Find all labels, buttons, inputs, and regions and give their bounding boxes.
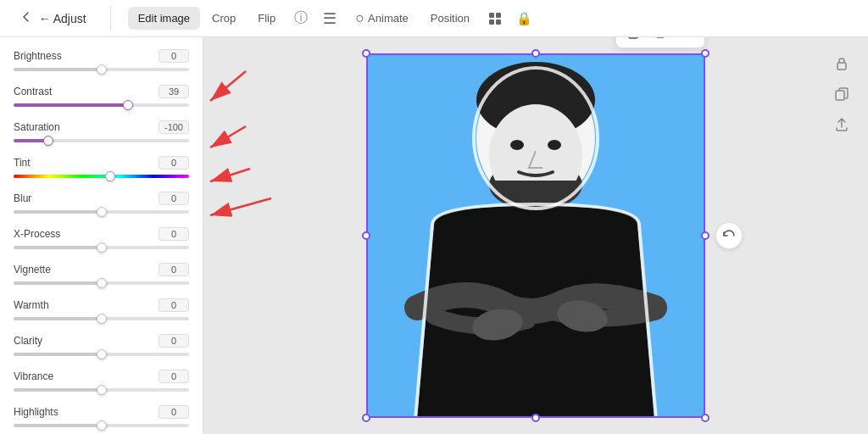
handle-top-right[interactable] xyxy=(701,49,709,58)
svg-point-10 xyxy=(510,140,524,150)
x-process-value: 0 xyxy=(159,227,189,241)
lock-icon xyxy=(835,57,849,70)
main-area: Brightness 0 Contrast 39 Saturation xyxy=(0,37,868,434)
tab-position[interactable]: Position xyxy=(420,7,480,30)
rotate-button[interactable] xyxy=(715,222,743,249)
brightness-value: 0 xyxy=(159,49,189,63)
tint-value: 0 xyxy=(159,156,189,170)
clarity-label: Clarity xyxy=(14,335,42,347)
svg-rect-3 xyxy=(496,19,501,25)
duplicate-button[interactable] xyxy=(623,37,647,44)
saturation-label: Saturation xyxy=(14,121,60,133)
main-toolbar: ← Adjust Edit image Crop Flip ⓘ ☰ ○ Anim… xyxy=(0,0,868,37)
warmth-control: Warmth 0 xyxy=(0,293,203,329)
warmth-value: 0 xyxy=(159,298,189,312)
back-icon xyxy=(20,11,32,23)
saturation-track[interactable] xyxy=(14,139,189,142)
svg-rect-15 xyxy=(837,63,846,70)
more-options-button[interactable]: ••• xyxy=(674,37,698,44)
clarity-control: Clarity 0 xyxy=(0,329,203,364)
contrast-track[interactable] xyxy=(14,103,189,107)
back-section: ← Adjust xyxy=(10,6,111,31)
handle-top-left[interactable] xyxy=(362,49,370,58)
vibrance-track[interactable] xyxy=(14,388,189,392)
x-process-label: X-Process xyxy=(14,228,60,240)
trash-icon xyxy=(654,37,667,39)
vibrance-label: Vibrance xyxy=(14,370,53,382)
tab-flip[interactable]: Flip xyxy=(248,7,286,30)
svg-rect-16 xyxy=(836,91,844,100)
contrast-label: Contrast xyxy=(14,86,52,97)
svg-rect-1 xyxy=(496,13,501,18)
svg-rect-4 xyxy=(629,37,637,38)
tab-edit-image[interactable]: Edit image xyxy=(128,7,200,30)
tint-label: Tint xyxy=(14,157,31,169)
image-container[interactable]: ••• xyxy=(366,53,705,418)
handle-middle-left[interactable] xyxy=(362,231,370,240)
handle-bottom-right[interactable] xyxy=(701,414,709,422)
highlights-label: Highlights xyxy=(14,406,58,418)
handle-bottom-left[interactable] xyxy=(362,414,370,422)
blur-label: Blur xyxy=(14,192,31,204)
delete-button[interactable] xyxy=(648,37,672,44)
brightness-track[interactable] xyxy=(14,68,189,71)
clarity-value: 0 xyxy=(159,334,189,348)
grid-icon xyxy=(488,12,502,25)
vignette-control: Vignette 0 xyxy=(0,258,203,293)
tab-crop[interactable]: Crop xyxy=(202,7,246,30)
vibrance-control: Vibrance 0 xyxy=(0,364,203,400)
duplicate-icon xyxy=(628,37,642,39)
blur-track[interactable] xyxy=(14,210,189,214)
highlights-value: 0 xyxy=(159,405,189,419)
lock-right-button[interactable] xyxy=(829,51,854,76)
back-button[interactable]: ← Adjust xyxy=(10,6,97,31)
canvas-area: ••• xyxy=(203,37,868,434)
brightness-label: Brightness xyxy=(14,50,62,62)
right-toolbar xyxy=(829,51,854,137)
x-process-control: X-Process 0 xyxy=(0,222,203,258)
contrast-value: 39 xyxy=(159,85,189,98)
export-button[interactable] xyxy=(829,112,854,137)
blur-value: 0 xyxy=(159,192,189,205)
vignette-value: 0 xyxy=(159,263,189,276)
tab-bar: Edit image Crop Flip ⓘ ☰ ○ Animate Posit… xyxy=(114,4,858,32)
adjust-panel: Brightness 0 Contrast 39 Saturation xyxy=(0,37,203,434)
svg-rect-0 xyxy=(489,13,494,18)
warmth-track[interactable] xyxy=(14,317,189,320)
grid-icon-btn[interactable] xyxy=(481,5,509,32)
tint-control: Tint 0 xyxy=(0,151,203,186)
clarity-track[interactable] xyxy=(14,353,189,356)
back-label: ← Adjust xyxy=(39,12,86,25)
context-toolbar: ••• xyxy=(615,37,705,48)
image-preview xyxy=(366,53,705,418)
copy-style-icon xyxy=(835,87,849,101)
saturation-value: -100 xyxy=(159,120,189,134)
copy-style-button[interactable] xyxy=(829,81,854,107)
rotate-icon xyxy=(721,228,737,243)
vignette-track[interactable] xyxy=(14,281,189,285)
svg-point-11 xyxy=(548,140,561,150)
tint-track[interactable] xyxy=(14,175,189,178)
svg-rect-2 xyxy=(489,19,494,25)
menu-button[interactable]: ☰ xyxy=(316,5,343,32)
contrast-control: Contrast 39 xyxy=(0,80,203,115)
x-process-track[interactable] xyxy=(14,246,189,249)
lock-btn[interactable]: 🔒 xyxy=(510,5,537,32)
warmth-label: Warmth xyxy=(14,299,49,311)
more-icon: ••• xyxy=(679,37,693,38)
handle-bottom-middle[interactable] xyxy=(531,414,540,422)
brightness-control: Brightness 0 xyxy=(0,44,203,80)
highlights-track[interactable] xyxy=(14,424,189,427)
export-icon xyxy=(835,118,849,131)
person-svg xyxy=(366,53,705,418)
blur-control: Blur 0 xyxy=(0,186,203,222)
highlights-control: Highlights 0 xyxy=(0,400,203,434)
handle-top-middle[interactable] xyxy=(531,49,540,58)
vignette-label: Vignette xyxy=(14,264,51,275)
tab-animate[interactable]: ○ Animate xyxy=(345,4,419,32)
vibrance-value: 0 xyxy=(159,370,189,383)
saturation-control: Saturation -100 xyxy=(0,115,203,151)
handle-middle-right[interactable] xyxy=(701,231,709,240)
info-button[interactable]: ⓘ xyxy=(287,5,314,32)
